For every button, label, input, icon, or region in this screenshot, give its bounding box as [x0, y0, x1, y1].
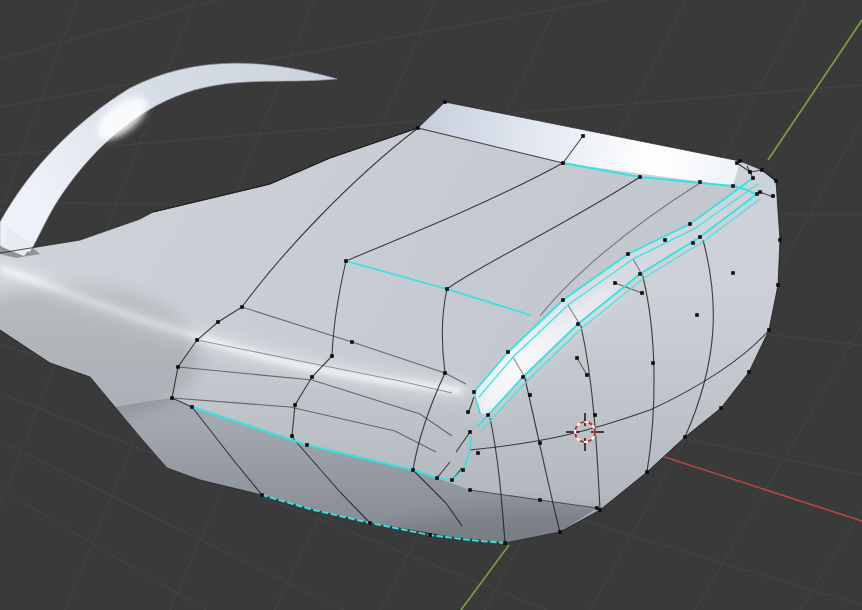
mesh-vertex[interactable] [691, 241, 695, 245]
mesh-vertex[interactable] [538, 441, 542, 445]
mesh-vertex[interactable] [561, 298, 565, 302]
mesh-vertex[interactable] [613, 281, 617, 285]
mesh-vertex[interactable] [595, 506, 599, 510]
mesh-vertex[interactable] [461, 468, 465, 472]
mesh-vertex[interactable] [538, 498, 542, 502]
mesh-vertex[interactable] [755, 192, 759, 196]
mesh-vertex[interactable] [651, 361, 655, 365]
mesh-vertex[interactable] [476, 451, 480, 455]
mesh-vertex[interactable] [290, 434, 294, 438]
mesh-vertex[interactable] [503, 541, 507, 545]
mesh-vertex[interactable] [558, 530, 562, 534]
mesh-vertex[interactable] [688, 222, 692, 226]
mesh-vertex[interactable] [593, 413, 597, 417]
mesh-vertex[interactable] [576, 322, 580, 326]
mesh-vertex[interactable] [195, 338, 199, 342]
mesh-vertex[interactable] [638, 272, 642, 276]
mesh-vertex[interactable] [240, 305, 244, 309]
mesh-vertex[interactable] [778, 238, 782, 242]
mesh-vertex[interactable] [760, 168, 764, 172]
mesh-vertex[interactable] [443, 100, 447, 104]
mesh-vertex[interactable] [575, 356, 579, 360]
mesh-vertex[interactable] [466, 410, 470, 414]
mesh-vertex[interactable] [747, 370, 751, 374]
mesh-vertex[interactable] [695, 313, 699, 317]
mesh-vertex[interactable] [190, 405, 194, 409]
mesh-vertex[interactable] [645, 470, 649, 474]
mesh-vertex[interactable] [170, 396, 174, 400]
mesh-vertex[interactable] [731, 271, 735, 275]
mesh-vertex[interactable] [638, 175, 642, 179]
mesh-vertex[interactable] [435, 476, 439, 480]
mesh-vertex[interactable] [428, 533, 432, 537]
mesh-vertex[interactable] [731, 184, 735, 188]
mesh-vertex[interactable] [472, 390, 476, 394]
mesh-vertex[interactable] [450, 478, 454, 482]
mesh-vertex[interactable] [310, 375, 314, 379]
mesh-vertex[interactable] [751, 176, 755, 180]
mesh-vertex[interactable] [305, 443, 309, 447]
mesh-vertex[interactable] [771, 194, 775, 198]
mesh-vertex[interactable] [581, 134, 585, 138]
mesh-vertex[interactable] [506, 350, 510, 354]
mesh-vertex[interactable] [585, 373, 589, 377]
mesh-vertex[interactable] [640, 291, 644, 295]
mesh-vertex[interactable] [698, 180, 702, 184]
mesh-vertex[interactable] [216, 320, 220, 324]
mesh-vertex[interactable] [776, 283, 780, 287]
mesh-vertex[interactable] [411, 468, 415, 472]
mesh-vertex[interactable] [748, 170, 752, 174]
mesh-vertex[interactable] [774, 179, 778, 183]
mesh-vertex[interactable] [735, 161, 739, 165]
mesh-vertex[interactable] [443, 371, 447, 375]
mesh-vertex[interactable] [330, 354, 334, 358]
mesh-vertex[interactable] [468, 488, 472, 492]
mesh-vertex[interactable] [445, 287, 449, 291]
mesh-vertex[interactable] [468, 430, 472, 434]
mesh-vertex[interactable] [486, 413, 490, 417]
viewport-canvas[interactable] [0, 0, 862, 610]
mesh-vertex[interactable] [528, 393, 532, 397]
mesh-vertex[interactable] [368, 521, 372, 525]
mesh-vertex[interactable] [521, 375, 525, 379]
mesh-vertex[interactable] [663, 238, 667, 242]
mesh-vertex[interactable] [176, 365, 180, 369]
mesh-vertex[interactable] [626, 252, 630, 256]
mesh-vertex[interactable] [350, 340, 354, 344]
mesh-vertex[interactable] [683, 435, 687, 439]
blender-3d-viewport[interactable] [0, 0, 862, 610]
mesh-vertex[interactable] [293, 403, 297, 407]
mesh-vertex[interactable] [416, 126, 420, 130]
mesh-vertex[interactable] [698, 235, 702, 239]
mesh-vertex[interactable] [344, 259, 348, 263]
mesh-vertex[interactable] [260, 493, 264, 497]
mesh-vertex[interactable] [767, 328, 771, 332]
mesh-vertex[interactable] [561, 161, 565, 165]
mesh-vertex[interactable] [719, 406, 723, 410]
